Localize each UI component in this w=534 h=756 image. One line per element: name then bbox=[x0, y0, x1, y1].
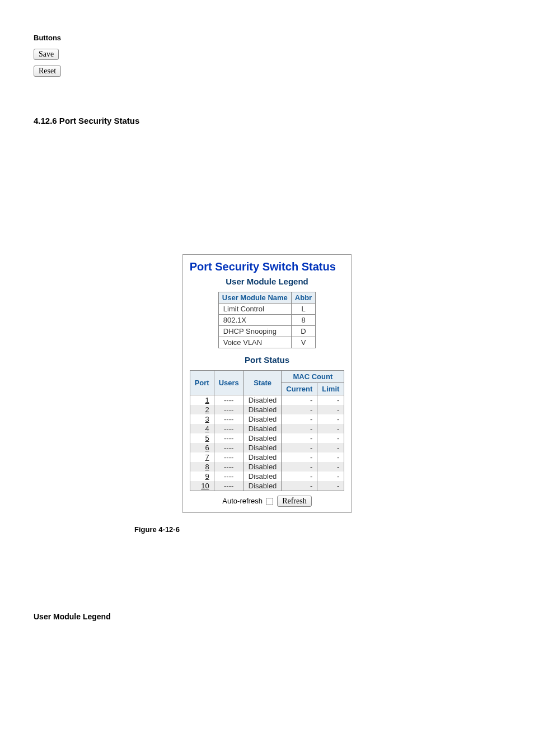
port-state: Disabled bbox=[243, 443, 282, 452]
port-users: ---- bbox=[214, 433, 243, 443]
legend-heading: User Module Legend bbox=[190, 277, 345, 286]
table-row: Limit ControlL bbox=[218, 304, 315, 315]
port-status-table: Port Users State MAC Count Current Limit… bbox=[190, 370, 345, 491]
port-current: - bbox=[282, 452, 317, 462]
table-row: 10----Disabled-- bbox=[190, 481, 344, 491]
port-current: - bbox=[282, 433, 317, 443]
port-current: - bbox=[282, 395, 317, 405]
port-link[interactable]: 7 bbox=[190, 452, 214, 462]
legend-name: DHCP Snooping bbox=[218, 326, 291, 337]
port-state: Disabled bbox=[243, 414, 282, 424]
port-link[interactable]: 4 bbox=[190, 424, 214, 433]
port-current: - bbox=[282, 414, 317, 424]
ports-header-port: Port bbox=[190, 371, 214, 395]
port-state: Disabled bbox=[243, 481, 282, 491]
port-current: - bbox=[282, 462, 317, 472]
port-status-heading: Port Status bbox=[190, 355, 345, 365]
port-limit: - bbox=[317, 452, 344, 462]
table-row: 5----Disabled-- bbox=[190, 433, 344, 443]
footer-controls: Auto-refresh Refresh bbox=[190, 496, 345, 507]
port-limit: - bbox=[317, 443, 344, 452]
table-row: 8----Disabled-- bbox=[190, 462, 344, 472]
port-users: ---- bbox=[214, 414, 243, 424]
ports-header-users: Users bbox=[214, 371, 243, 395]
port-state: Disabled bbox=[243, 424, 282, 433]
port-users: ---- bbox=[214, 452, 243, 462]
auto-refresh-label: Auto-refresh bbox=[222, 497, 263, 505]
port-users: ---- bbox=[214, 481, 243, 491]
ports-header-limit: Limit bbox=[317, 383, 344, 395]
port-current: - bbox=[282, 443, 317, 452]
port-state: Disabled bbox=[243, 462, 282, 472]
table-row: 1----Disabled-- bbox=[190, 395, 344, 405]
port-state: Disabled bbox=[243, 395, 282, 405]
port-state: Disabled bbox=[243, 405, 282, 414]
port-users: ---- bbox=[214, 395, 243, 405]
status-panel: Port Security Switch Status User Module … bbox=[182, 254, 352, 513]
port-state: Disabled bbox=[243, 433, 282, 443]
panel-title: Port Security Switch Status bbox=[190, 260, 345, 273]
port-limit: - bbox=[317, 472, 344, 481]
legend-abbr: V bbox=[291, 337, 315, 348]
refresh-button[interactable]: Refresh bbox=[277, 496, 312, 507]
section-heading: 4.12.6 Port Security Status bbox=[34, 116, 500, 125]
figure-caption: Figure 4-12-6 bbox=[134, 525, 500, 534]
port-current: - bbox=[282, 405, 317, 414]
table-row: 7----Disabled-- bbox=[190, 452, 344, 462]
port-users: ---- bbox=[214, 405, 243, 414]
table-row: 3----Disabled-- bbox=[190, 414, 344, 424]
ports-header-mac-count: MAC Count bbox=[282, 371, 344, 383]
port-limit: - bbox=[317, 395, 344, 405]
legend-abbr: L bbox=[291, 304, 315, 315]
port-users: ---- bbox=[214, 443, 243, 452]
table-row: 6----Disabled-- bbox=[190, 443, 344, 452]
ports-header-current: Current bbox=[282, 383, 317, 395]
port-limit: - bbox=[317, 481, 344, 491]
legend-name: 802.1X bbox=[218, 315, 291, 326]
buttons-label: Buttons bbox=[34, 34, 500, 42]
legend-name: Voice VLAN bbox=[218, 337, 291, 348]
table-row: 2----Disabled-- bbox=[190, 405, 344, 414]
legend-abbr: 8 bbox=[291, 315, 315, 326]
port-users: ---- bbox=[214, 462, 243, 472]
table-row: DHCP SnoopingD bbox=[218, 326, 315, 337]
reset-button[interactable]: Reset bbox=[34, 66, 61, 77]
port-current: - bbox=[282, 481, 317, 491]
port-limit: - bbox=[317, 405, 344, 414]
port-users: ---- bbox=[214, 472, 243, 481]
table-row: 4----Disabled-- bbox=[190, 424, 344, 433]
bottom-heading: User Module Legend bbox=[34, 612, 500, 621]
port-link[interactable]: 8 bbox=[190, 462, 214, 472]
port-link[interactable]: 6 bbox=[190, 443, 214, 452]
port-state: Disabled bbox=[243, 452, 282, 462]
port-limit: - bbox=[317, 414, 344, 424]
port-current: - bbox=[282, 472, 317, 481]
table-row: Voice VLANV bbox=[218, 337, 315, 348]
table-row: 9----Disabled-- bbox=[190, 472, 344, 481]
port-limit: - bbox=[317, 433, 344, 443]
ports-header-state: State bbox=[243, 371, 282, 395]
port-link[interactable]: 5 bbox=[190, 433, 214, 443]
port-link[interactable]: 2 bbox=[190, 405, 214, 414]
save-button[interactable]: Save bbox=[34, 49, 59, 60]
legend-table: User Module Name Abbr Limit ControlL802.… bbox=[218, 292, 316, 348]
auto-refresh-checkbox[interactable] bbox=[266, 498, 273, 505]
port-state: Disabled bbox=[243, 472, 282, 481]
legend-name: Limit Control bbox=[218, 304, 291, 315]
port-link[interactable]: 3 bbox=[190, 414, 214, 424]
port-users: ---- bbox=[214, 424, 243, 433]
legend-abbr: D bbox=[291, 326, 315, 337]
port-link[interactable]: 1 bbox=[190, 395, 214, 405]
legend-header-abbr: Abbr bbox=[291, 292, 315, 304]
port-current: - bbox=[282, 424, 317, 433]
port-limit: - bbox=[317, 424, 344, 433]
table-row: 802.1X8 bbox=[218, 315, 315, 326]
port-link[interactable]: 10 bbox=[190, 481, 214, 491]
port-link[interactable]: 9 bbox=[190, 472, 214, 481]
port-limit: - bbox=[317, 462, 344, 472]
legend-header-name: User Module Name bbox=[218, 292, 291, 304]
